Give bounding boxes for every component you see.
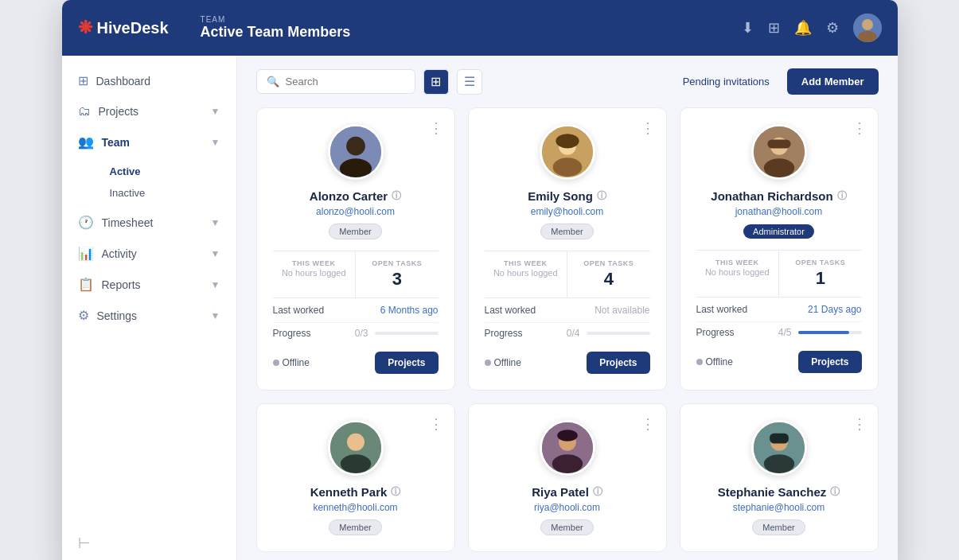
timesheet-arrow: ▼ [211, 217, 220, 228]
avatar-stephanie [696, 420, 862, 476]
email-alonzo: alonzo@hooli.com [273, 206, 439, 217]
team-submenu: Active Inactive [62, 158, 236, 207]
sidebar-label-team: Team [102, 136, 131, 149]
lastworked-jonathan: Last worked 21 Days ago [696, 298, 862, 322]
sidebar: ⊞ Dashboard 🗂 Projects ▼ 👥 Team ▼ Active… [62, 56, 237, 560]
sidebar-label-settings: Settings [97, 309, 138, 322]
email-stephanie: stephanie@hooli.com [696, 502, 862, 513]
svg-point-19 [552, 454, 582, 473]
grid-view-button[interactable]: ⊞ [423, 69, 449, 95]
badge-jonathan: Administrator [696, 224, 862, 239]
avatar-jonathan [696, 124, 862, 180]
card-menu-stephanie[interactable]: ⋮ [852, 415, 867, 433]
member-card-jonathan: ⋮ Jonathan Richardson [680, 107, 879, 391]
avatar-emily [485, 124, 650, 180]
reports-icon: 📋 [78, 277, 94, 292]
sidebar-item-projects[interactable]: 🗂 Projects ▼ [62, 96, 236, 126]
badge-alonzo: Member [273, 224, 439, 239]
info-icon-stephanie[interactable]: ⓘ [830, 485, 840, 499]
badge-stephanie: Member [696, 519, 862, 535]
add-member-button[interactable]: Add Member [787, 68, 879, 95]
svg-rect-24 [770, 434, 789, 444]
member-card-riya: ⋮ Riya Patel ⓘ [468, 403, 667, 552]
header-team-label: TEAM [201, 15, 351, 24]
timesheet-icon: 🕐 [78, 215, 94, 230]
settings-icon[interactable]: ⚙ [826, 19, 839, 37]
sidebar-label-dashboard: Dashboard [96, 75, 151, 88]
stat-tasks-emily: OPEN TASKS 4 [567, 251, 650, 298]
svg-point-23 [763, 454, 793, 473]
lastworked-alonzo: Last worked 6 Months ago [273, 298, 439, 323]
avatar-riya [485, 420, 650, 476]
sidebar-label-reports: Reports [102, 278, 141, 291]
name-jonathan: Jonathan Richardson ⓘ [696, 189, 862, 203]
svg-point-5 [339, 158, 371, 179]
projects-btn-jonathan[interactable]: Projects [798, 351, 861, 373]
member-card-alonzo: ⋮ Alonzo Carter ⓘ [256, 107, 455, 391]
grid-icon[interactable]: ⊞ [768, 19, 780, 37]
progress-alonzo: Progress 0/3 [273, 323, 439, 344]
sidebar-item-team[interactable]: 👥 Team ▼ [62, 126, 236, 158]
page-title: Active Team Members [201, 24, 351, 41]
logo-text: HiveDesk [97, 19, 169, 37]
pending-invitations-link[interactable]: Pending invitations [683, 76, 770, 88]
card-menu-emily[interactable]: ⋮ [641, 119, 655, 137]
settings-sidebar-icon: ⚙ [78, 308, 89, 323]
card-menu-jonathan[interactable]: ⋮ [852, 119, 867, 137]
sidebar-item-timesheet[interactable]: 🕐 Timesheet ▼ [62, 207, 236, 238]
sidebar-collapse-button[interactable]: ⊢ [62, 525, 236, 560]
stats-emily: THIS WEEK No hours logged OPEN TASKS 4 [485, 251, 650, 298]
list-view-button[interactable]: ☰ [457, 69, 482, 95]
bell-icon[interactable]: 🔔 [794, 19, 812, 37]
sidebar-label-projects: Projects [99, 105, 139, 118]
card-menu-riya[interactable]: ⋮ [641, 415, 655, 433]
name-kenneth: Kenneth Park ⓘ [273, 485, 439, 499]
name-stephanie: Stephanie Sanchez ⓘ [696, 485, 862, 499]
avatar-kenneth [273, 420, 439, 476]
sidebar-item-dashboard[interactable]: ⊞ Dashboard [62, 65, 236, 96]
status-jonathan: Offline [696, 356, 733, 368]
projects-icon: 🗂 [78, 104, 91, 119]
main-content: 🔍 ⊞ ☰ Pending invitations Add Member ⋮ [237, 56, 898, 560]
email-jonathan: jonathan@hooli.com [696, 206, 862, 217]
search-box[interactable]: 🔍 [256, 69, 415, 94]
card-menu-kenneth[interactable]: ⋮ [429, 415, 443, 433]
projects-arrow: ▼ [211, 106, 220, 117]
avatar-alonzo [273, 124, 439, 180]
badge-emily: Member [485, 224, 650, 239]
info-icon-alonzo[interactable]: ⓘ [392, 189, 401, 203]
sidebar-item-settings[interactable]: ⚙ Settings ▼ [62, 300, 236, 331]
search-icon: 🔍 [267, 76, 279, 88]
sidebar-item-activity[interactable]: 📊 Activity ▼ [62, 238, 236, 269]
info-icon-riya[interactable]: ⓘ [593, 485, 602, 499]
info-icon-jonathan[interactable]: ⓘ [837, 189, 847, 203]
svg-point-16 [340, 454, 370, 473]
projects-btn-alonzo[interactable]: Projects [375, 352, 438, 374]
email-kenneth: kenneth@hooli.com [273, 502, 439, 513]
sidebar-item-active[interactable]: Active [97, 161, 236, 182]
logo-icon: ❋ [78, 18, 92, 38]
sidebar-label-timesheet: Timesheet [102, 216, 154, 229]
sidebar-item-inactive[interactable]: Inactive [97, 182, 236, 204]
projects-btn-emily[interactable]: Projects [587, 352, 649, 374]
info-icon-emily[interactable]: ⓘ [597, 189, 606, 203]
download-icon[interactable]: ⬇ [742, 19, 754, 37]
stat-thisweek-alonzo: THIS WEEK No hours logged [273, 251, 357, 298]
footer-jonathan: Offline Projects [696, 351, 862, 373]
svg-point-12 [763, 158, 793, 177]
footer-alonzo: Offline Projects [273, 352, 439, 374]
lastworked-emily: Last worked Not available [485, 298, 650, 323]
status-emily: Offline [485, 357, 521, 368]
search-input[interactable] [286, 76, 405, 88]
stat-thisweek-emily: THIS WEEK No hours logged [485, 251, 568, 298]
user-avatar[interactable] [853, 14, 882, 42]
header-title-section: TEAM Active Team Members [201, 15, 351, 41]
stats-jonathan: THIS WEEK No hours logged OPEN TASKS 1 [696, 250, 862, 298]
info-icon-kenneth[interactable]: ⓘ [391, 485, 400, 499]
name-alonzo: Alonzo Carter ⓘ [273, 189, 439, 203]
svg-rect-13 [767, 139, 790, 148]
sidebar-item-reports[interactable]: 📋 Reports ▼ [62, 269, 236, 300]
card-menu-alonzo[interactable]: ⋮ [429, 119, 443, 137]
svg-point-15 [347, 434, 364, 451]
name-riya: Riya Patel ⓘ [485, 485, 650, 499]
